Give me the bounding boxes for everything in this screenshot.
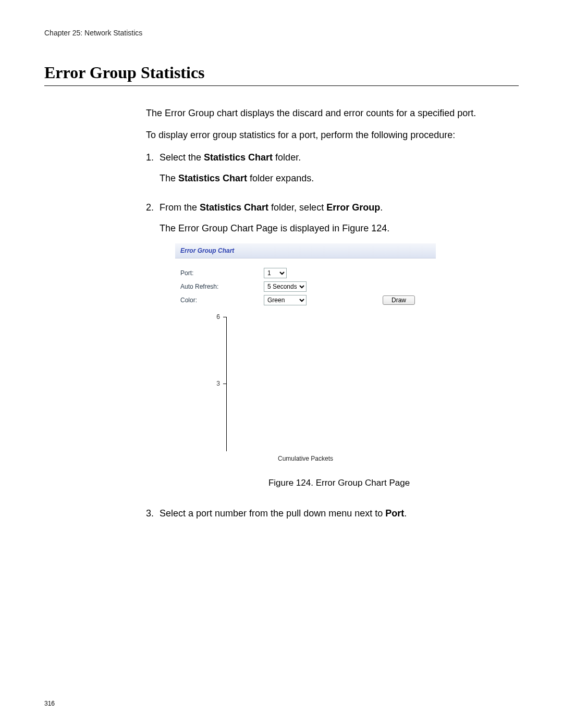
step-2: 2. From the Statistics Chart folder, sel… — [146, 201, 519, 499]
panel-title: Error Group Chart — [175, 243, 436, 258]
section-title: Error Group Statistics — [44, 63, 519, 82]
y-axis — [226, 317, 227, 451]
section-rule — [44, 85, 519, 86]
text: From the — [160, 202, 200, 213]
color-label: Color: — [180, 296, 264, 304]
step-2-number: 2. — [146, 201, 160, 499]
error-group-chart-panel: Error Group Chart Port: 1 Auto Refresh: — [175, 243, 436, 470]
text: folder expands. — [247, 173, 314, 183]
text-bold: Statistics Chart — [200, 202, 268, 213]
text-bold: Statistics Chart — [178, 173, 247, 183]
step-3-line-1: Select a port number from the pull down … — [160, 507, 519, 520]
y-tick-6 — [223, 317, 226, 317]
y-tick-label-6: 6 — [211, 313, 220, 321]
step-1-number: 1. — [146, 151, 160, 193]
text-bold: Error Group — [326, 202, 380, 213]
draw-button[interactable]: Draw — [383, 295, 415, 305]
step-1: 1. Select the Statistics Chart folder. T… — [146, 151, 519, 193]
step-1-line-1: Select the Statistics Chart folder. — [160, 151, 519, 164]
y-tick-label-3: 3 — [211, 379, 220, 388]
auto-refresh-select[interactable]: 5 Seconds — [264, 281, 307, 292]
intro-paragraph-2: To display error group statistics for a … — [146, 129, 519, 141]
step-3: 3. Select a port number from the pull do… — [146, 507, 519, 528]
text: The — [160, 173, 178, 183]
text-bold: Port — [385, 508, 404, 519]
port-label: Port: — [180, 269, 264, 277]
step-3-number: 3. — [146, 507, 160, 528]
page-number: 316 — [44, 700, 55, 707]
port-select[interactable]: 1 — [264, 268, 287, 278]
step-2-line-2: The Error Group Chart Page is displayed … — [160, 222, 519, 235]
auto-refresh-row: Auto Refresh: 5 Seconds — [180, 281, 431, 292]
step-2-line-1: From the Statistics Chart folder, select… — [160, 201, 519, 214]
text: folder, select — [268, 202, 326, 213]
figure-caption: Figure 124. Error Group Chart Page — [160, 477, 519, 489]
text: folder. — [273, 152, 301, 163]
port-row: Port: 1 — [180, 268, 431, 278]
chapter-header: Chapter 25: Network Statistics — [44, 29, 519, 37]
text: Select the — [160, 152, 204, 163]
text: Select a port number from the pull down … — [160, 508, 385, 519]
text: . — [380, 202, 383, 213]
step-1-line-2: The Statistics Chart folder expands. — [160, 172, 519, 184]
color-row: Color: Green Draw — [180, 295, 431, 305]
text: . — [404, 508, 407, 519]
x-axis-label: Cumulative Packets — [180, 454, 431, 463]
auto-refresh-label: Auto Refresh: — [180, 282, 264, 291]
intro-paragraph-1: The Error Group chart displays the disca… — [146, 107, 519, 119]
text-bold: Statistics Chart — [204, 152, 273, 163]
y-tick-3 — [223, 384, 226, 384]
color-select[interactable]: Green — [264, 295, 307, 305]
chart-area: 6 3 Cumulative Packets — [180, 314, 431, 465]
